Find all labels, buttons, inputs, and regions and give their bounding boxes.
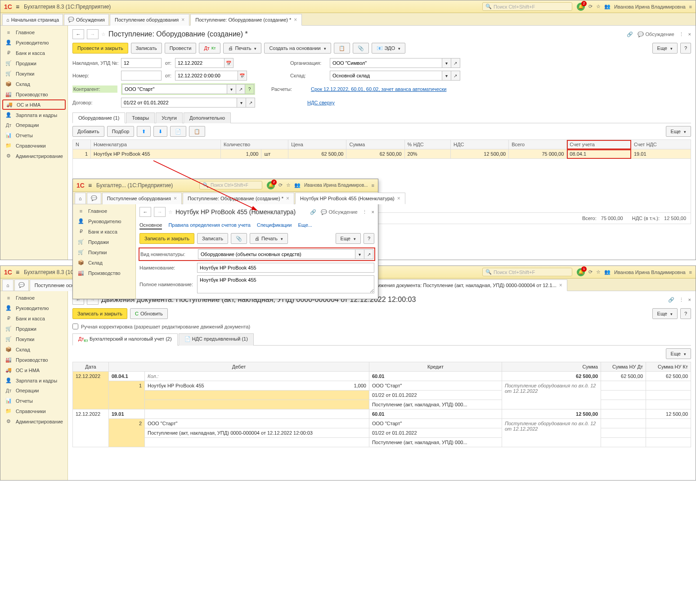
- more-button[interactable]: Еще: [666, 126, 691, 137]
- close-icon[interactable]: ×: [397, 195, 400, 202]
- tab-goods[interactable]: Товары: [126, 112, 155, 123]
- star-icon[interactable]: ☆: [101, 31, 106, 37]
- invoice-number-input[interactable]: [121, 58, 162, 68]
- dtkt-button[interactable]: ДтКт: [199, 43, 220, 54]
- calendar-icon[interactable]: 📅: [225, 58, 233, 68]
- sidebar-item[interactable]: 📦Склад: [73, 257, 135, 268]
- calc-link[interactable]: Срок 12.12.2022, 60.01, 60.02, зачет ава…: [311, 86, 446, 92]
- col-vat-pct[interactable]: % НДС: [404, 140, 451, 149]
- nav-back[interactable]: ←: [72, 29, 84, 39]
- sidebar-item[interactable]: 👤Зарплата и кадры: [0, 110, 67, 120]
- sidebar-item[interactable]: 🏭Производство: [0, 355, 67, 365]
- close-icon[interactable]: ×: [688, 297, 691, 302]
- tab-receipt-create[interactable]: Поступление: Оборудование (создание) *×: [190, 14, 302, 26]
- hamburger-icon[interactable]: ≡: [16, 269, 19, 276]
- notification-icon[interactable]: 🔔2: [267, 181, 275, 189]
- open-icon[interactable]: ↗: [451, 71, 460, 81]
- create-based-button[interactable]: Создать на основании: [264, 43, 331, 54]
- nav-forward[interactable]: →: [154, 207, 166, 217]
- org-input[interactable]: [330, 58, 442, 68]
- save-close-button[interactable]: Записать и закрыть: [72, 308, 127, 319]
- dropdown-icon[interactable]: ▾: [442, 71, 451, 81]
- close-icon[interactable]: ×: [688, 31, 691, 37]
- more-icon[interactable]: ⋮: [679, 297, 684, 303]
- open-icon[interactable]: ↗: [246, 98, 255, 108]
- tab-accounting[interactable]: ДтКт Бухгалтерский и налоговый учет (2): [72, 333, 178, 346]
- counterparty-input[interactable]: [122, 84, 227, 94]
- sidebar-item[interactable]: ⚙Администрирование: [0, 416, 67, 427]
- home-tab[interactable]: ⌂: [2, 279, 13, 291]
- discuss-tab[interactable]: 💬: [14, 279, 29, 291]
- close-icon[interactable]: ×: [181, 17, 184, 23]
- sidebar-item[interactable]: 👤Руководителю: [73, 216, 135, 226]
- sidebar-item[interactable]: 🚚ОС и НМА: [0, 365, 67, 375]
- home-tab[interactable]: ⌂Начальная страница: [2, 14, 63, 26]
- sidebar-item[interactable]: 👤Руководителю: [0, 37, 67, 48]
- star-icon[interactable]: ☆: [168, 209, 173, 215]
- sidebar-item[interactable]: 🏭Производство: [73, 268, 135, 278]
- more-button[interactable]: Еще: [336, 233, 361, 244]
- print-button[interactable]: 🖨 Печать: [250, 233, 288, 244]
- edo-button[interactable]: 📧 ЭДО: [372, 43, 406, 54]
- user-icon[interactable]: 👥: [604, 4, 611, 9]
- global-search[interactable]: 🔍 Поиск Ctrl+Shift+F: [482, 2, 572, 11]
- attach-button[interactable]: 📎: [231, 233, 247, 244]
- tab-2[interactable]: Поступление: Оборудование (создание) *×: [183, 193, 294, 204]
- col-total[interactable]: Всего: [509, 140, 567, 149]
- col-sum[interactable]: Сумма: [502, 362, 601, 372]
- sidebar-item[interactable]: 🏭Производство: [0, 89, 67, 99]
- movement-row[interactable]: 12.12.2022 08.04.1 Кол.: 60.01 62 500,00…: [73, 372, 691, 381]
- user-icon[interactable]: 👥: [294, 182, 301, 188]
- user-name[interactable]: Иванова Ирина Владимиров...: [304, 183, 368, 188]
- close-icon[interactable]: ×: [286, 195, 289, 202]
- notification-icon[interactable]: 🔔2: [577, 3, 585, 11]
- col-vat[interactable]: НДС: [451, 140, 509, 149]
- col-credit[interactable]: Кредит: [369, 362, 502, 372]
- movement-row[interactable]: 1 Ноутбук HP ProBook 455 1,000 ООО "Стар…: [73, 381, 691, 391]
- link-icon[interactable]: 🔗: [668, 297, 674, 303]
- link-icon[interactable]: 🔗: [627, 31, 633, 37]
- col-sum[interactable]: Сумма: [346, 140, 404, 149]
- close-icon[interactable]: ×: [174, 195, 177, 202]
- discuss-tab[interactable]: 💬Обсуждения: [64, 14, 109, 26]
- sidebar-item[interactable]: 📁Справочники: [0, 140, 67, 151]
- sidebar-item[interactable]: ≡Главное: [73, 206, 135, 216]
- discuss-link[interactable]: 💬 Обсуждение: [321, 209, 357, 215]
- tab-1[interactable]: Поступление оборудования×: [102, 193, 182, 204]
- discuss-link[interactable]: 💬 Обсуждение: [638, 31, 674, 37]
- open-icon[interactable]: ↗: [236, 84, 245, 94]
- star-icon[interactable]: ☆: [596, 269, 601, 275]
- dropdown-icon[interactable]: ▾: [355, 249, 364, 259]
- help-button[interactable]: ?: [680, 308, 691, 319]
- history-icon[interactable]: ⟳: [588, 4, 593, 9]
- copy-button[interactable]: 📄: [170, 126, 186, 137]
- window-options-icon[interactable]: ≡: [689, 4, 692, 9]
- tab-equipment[interactable]: Оборудование (1): [72, 112, 125, 123]
- move-down-button[interactable]: ⬇: [153, 126, 167, 137]
- col-price[interactable]: Цена: [288, 140, 346, 149]
- sidebar-item[interactable]: 📊Отчеты: [0, 396, 67, 406]
- col-account[interactable]: Счет учета: [567, 140, 631, 149]
- calendar-icon[interactable]: 📅: [238, 71, 247, 81]
- tab-4[interactable]: Движения документа: Поступление (акт, на…: [367, 279, 567, 291]
- vat-link[interactable]: НДС сверху: [307, 100, 335, 105]
- sidebar-item[interactable]: 🚚ОС и НМА: [2, 99, 66, 110]
- col-sum-kt[interactable]: Сумма НУ Кт: [646, 362, 691, 372]
- help-icon[interactable]: ?: [245, 84, 254, 94]
- attach-button[interactable]: 📎: [353, 43, 369, 54]
- manual-edit-checkbox[interactable]: [72, 324, 78, 329]
- sidebar-item[interactable]: ₽Банк и касса: [73, 226, 135, 237]
- history-icon[interactable]: ⟳: [278, 182, 283, 188]
- close-icon[interactable]: ×: [559, 282, 562, 288]
- sidebar-item[interactable]: ⚙Администрирование: [0, 151, 67, 161]
- help-button[interactable]: ?: [680, 43, 691, 54]
- more-button[interactable]: Еще: [666, 348, 691, 359]
- pick-button[interactable]: Подбор: [107, 126, 135, 137]
- global-search-2[interactable]: 🔍Поиск Ctrl+Shift+F: [482, 268, 572, 276]
- window-options-icon[interactable]: ≡: [689, 270, 692, 275]
- sidebar-item[interactable]: 🛒Покупки: [0, 334, 67, 344]
- paste-button[interactable]: 📋: [189, 126, 205, 137]
- post-button[interactable]: Провести: [165, 43, 197, 54]
- sidebar-item[interactable]: 🛒Продажи: [73, 237, 135, 247]
- save-button[interactable]: Записать: [197, 233, 228, 244]
